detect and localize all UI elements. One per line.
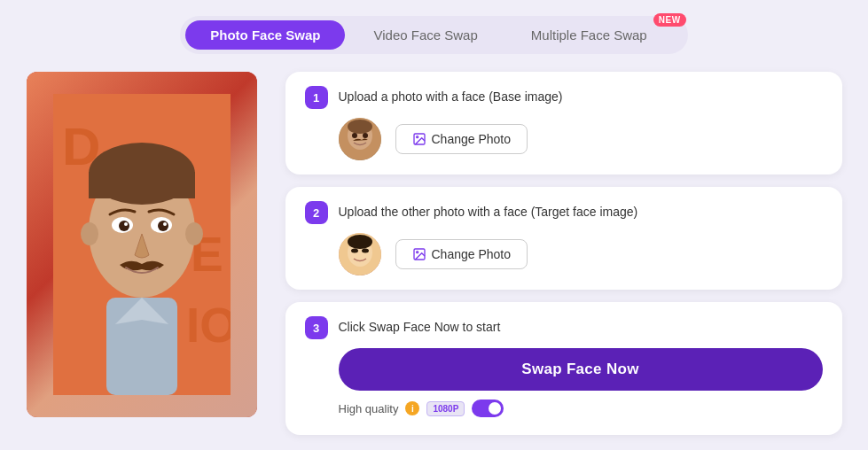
svg-point-21 [363,133,368,138]
svg-point-13 [119,221,129,231]
step-2-title: Upload the other photo with a face (Targ… [339,201,638,221]
tab-photo-face-swap[interactable]: Photo Face Swap [185,20,345,50]
preview-face: D E IO [27,72,257,417]
step-1-number: 1 [305,86,328,109]
step-1-title: Upload a photo with a face (Base image) [339,86,563,106]
base-image-thumb [339,118,381,160]
step-2-card: 2 Upload the other photo with a face (Ta… [285,187,842,290]
svg-point-20 [352,133,357,138]
quality-toggle[interactable] [472,400,504,417]
change-photo-btn-1[interactable]: Change Photo [395,124,528,154]
step-1-card: 1 Upload a photo with a face (Base image… [285,72,842,175]
base-face-thumb-svg [339,118,381,160]
svg-text:IO: IO [186,298,231,353]
step-1-header: 1 Upload a photo with a face (Base image… [305,86,823,109]
svg-point-16 [163,222,167,226]
face-illustration: D E IO [53,94,231,395]
image-icon-1 [412,132,426,146]
step-2-number: 2 [305,201,328,224]
svg-point-30 [416,252,418,253]
preview-image-area: D E IO [27,72,257,417]
swap-face-now-button[interactable]: Swap Face Now [339,348,823,391]
svg-point-10 [185,222,203,245]
tab-bar: Photo Face Swap Video Face Swap Multiple… [180,16,687,54]
target-image-thumb [339,233,381,275]
step-3-number: 3 [305,316,328,339]
step-1-action-row: Change Photo [339,118,823,160]
svg-point-23 [416,136,418,138]
svg-point-14 [158,221,168,231]
change-photo-btn-2[interactable]: Change Photo [395,239,528,269]
quality-info-icon[interactable]: i [405,401,419,415]
target-face-thumb-svg [339,233,381,275]
step-2-action-row: Change Photo [339,233,823,275]
svg-point-9 [81,222,98,245]
svg-rect-8 [89,172,195,198]
step-3-title: Click Swap Face Now to start [339,316,501,337]
quality-badge: 1080P [426,401,465,416]
svg-point-15 [124,222,128,226]
quality-label: High quality [339,402,399,415]
tab-video-face-swap[interactable]: Video Face Swap [348,20,502,50]
tab-multiple-face-swap[interactable]: Multiple Face Swap NEW [506,20,683,50]
svg-point-27 [351,249,358,253]
svg-point-26 [348,235,372,249]
step-3-header: 3 Click Swap Face Now to start [305,316,823,339]
step-3-card: 3 Click Swap Face Now to start Swap Face… [285,302,842,435]
step-2-header: 2 Upload the other photo with a face (Ta… [305,201,823,224]
svg-point-28 [362,249,369,253]
steps-panel: 1 Upload a photo with a face (Base image… [285,72,842,435]
image-icon-2 [412,247,426,261]
svg-point-19 [348,120,372,134]
new-badge: NEW [653,13,686,27]
quality-row: High quality i 1080P [339,400,823,417]
main-content: D E IO [27,72,842,435]
